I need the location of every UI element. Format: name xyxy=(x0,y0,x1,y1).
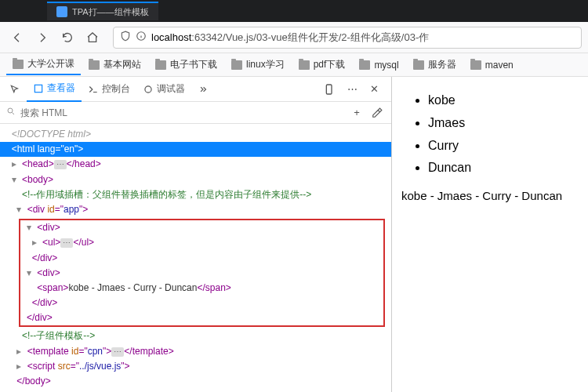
tab-favicon-icon xyxy=(56,6,67,17)
browser-tab-bar: TPA打——组件模板 xyxy=(0,0,588,22)
svg-rect-2 xyxy=(145,85,151,92)
bookmark-item[interactable]: maven xyxy=(464,56,520,74)
search-input[interactable] xyxy=(20,107,344,118)
tree-div-tag[interactable]: ▾ <div> xyxy=(20,266,383,281)
tree-comment[interactable]: <!--作用域插槽：父组件替换插槽的标签，但是内容由子组件来提供--> xyxy=(0,187,391,202)
tree-doctype[interactable]: <!DOCTYPE html> xyxy=(0,127,391,142)
bookmark-item[interactable]: 服务器 xyxy=(407,55,463,74)
back-button[interactable] xyxy=(6,27,28,49)
tree-span-tag[interactable]: <span>kobe - Jmaes - Curry - Duncan</spa… xyxy=(20,281,383,296)
folder-icon xyxy=(231,60,242,70)
folder-icon xyxy=(155,60,166,70)
devtools-panel: 查看器 控制台 调试器 ⋯ ✕ + <!DOCTYPE html> <html … xyxy=(0,77,392,392)
folder-icon xyxy=(13,60,24,69)
bookmark-item[interactable]: 大学公开课 xyxy=(6,54,81,75)
close-icon[interactable]: ✕ xyxy=(366,82,382,97)
svg-rect-1 xyxy=(34,85,42,92)
dom-tree[interactable]: <!DOCTYPE html> <html lang="en"> ▸ <head… xyxy=(0,124,391,392)
bookmark-item[interactable]: 电子书下载 xyxy=(149,55,223,74)
bookmark-item[interactable]: linux学习 xyxy=(225,55,291,74)
tab-title: TPA打——组件模板 xyxy=(72,6,149,18)
tree-app-div[interactable]: ▾ <div id="app"> xyxy=(0,202,391,217)
bookmarks-bar: 大学公开课 基本网站 电子书下载 linux学习 pdf下载 mysql 服务器… xyxy=(0,53,588,77)
folder-icon xyxy=(470,60,481,70)
tab-inspector[interactable]: 查看器 xyxy=(27,77,82,102)
folder-icon xyxy=(413,60,424,70)
tree-html-tag[interactable]: <html lang="en"> xyxy=(0,142,391,157)
shield-icon xyxy=(120,31,131,44)
reload-button[interactable] xyxy=(56,27,78,49)
tab-debugger[interactable]: 调试器 xyxy=(136,77,191,102)
bookmark-item[interactable]: 基本网站 xyxy=(82,55,147,74)
content-area: 查看器 控制台 调试器 ⋯ ✕ + <!DOCTYPE html> <html … xyxy=(0,77,588,392)
folder-icon xyxy=(359,60,370,70)
devtools-tabs: 查看器 控制台 调试器 ⋯ ✕ xyxy=(0,77,391,102)
devtools-search: + xyxy=(0,102,391,124)
tree-div-close[interactable]: </div> xyxy=(20,251,383,266)
navigation-bar: localhost:63342/Vue.js/03-vue组件化开发/2-组件化… xyxy=(0,22,588,53)
tab-console[interactable]: 控制台 xyxy=(82,77,136,102)
tree-head-tag[interactable]: ▸ <head>⋯</head> xyxy=(0,157,391,172)
search-icon xyxy=(6,107,16,118)
list-item: kobe xyxy=(428,89,580,112)
bookmark-item[interactable]: pdf下载 xyxy=(292,55,352,74)
responsive-mode-button[interactable] xyxy=(322,82,338,97)
list-item: Duncan xyxy=(428,157,580,180)
svg-rect-3 xyxy=(326,85,332,94)
tree-comment[interactable]: <!--子组件模板--> xyxy=(0,328,391,343)
add-icon[interactable]: + xyxy=(349,105,365,121)
forward-button[interactable] xyxy=(31,27,53,49)
browser-tab[interactable]: TPA打——组件模板 xyxy=(47,2,158,20)
tree-body-tag[interactable]: ▾ <body> xyxy=(0,172,391,187)
url-bar[interactable]: localhost:63342/Vue.js/03-vue组件化开发/2-组件化… xyxy=(113,27,582,49)
bookmark-item[interactable]: mysql xyxy=(353,56,405,74)
svg-point-4 xyxy=(8,108,13,113)
tree-div-tag[interactable]: ▾ <div> xyxy=(20,220,383,235)
home-button[interactable] xyxy=(82,27,103,49)
list-item: Curry xyxy=(428,135,580,158)
info-icon xyxy=(136,31,147,44)
folder-icon xyxy=(299,60,310,70)
highlighted-box: ▾ <div> ▸ <ul>⋯</ul> </div> ▾ <div> <spa… xyxy=(19,219,385,327)
tree-template-tag[interactable]: ▸ <template id="cpn">⋯</template> xyxy=(0,344,391,359)
eyedropper-icon[interactable] xyxy=(369,105,385,121)
more-icon[interactable]: ⋯ xyxy=(344,82,360,97)
tabs-overflow-button[interactable] xyxy=(191,77,215,102)
element-picker-button[interactable] xyxy=(3,77,27,102)
folder-icon xyxy=(89,60,100,70)
tree-script-tag[interactable]: ▸ <script src="../js/vue.js"> xyxy=(0,359,391,374)
tree-body-close[interactable]: </body> xyxy=(0,374,391,389)
tree-app-close[interactable]: </div> xyxy=(20,310,383,325)
list-item: Jmaes xyxy=(428,112,580,135)
url-text: localhost:63342/Vue.js/03-vue组件化开发/2-组件化… xyxy=(151,31,429,45)
tree-ul-tag[interactable]: ▸ <ul>⋯</ul> xyxy=(20,235,383,250)
rendered-page: kobe Jmaes Curry Duncan kobe - Jmaes - C… xyxy=(392,77,588,392)
joined-names: kobe - Jmaes - Curry - Duncan xyxy=(400,189,580,202)
name-list: kobe Jmaes Curry Duncan xyxy=(400,89,580,180)
tree-div-close[interactable]: </div> xyxy=(20,296,383,310)
